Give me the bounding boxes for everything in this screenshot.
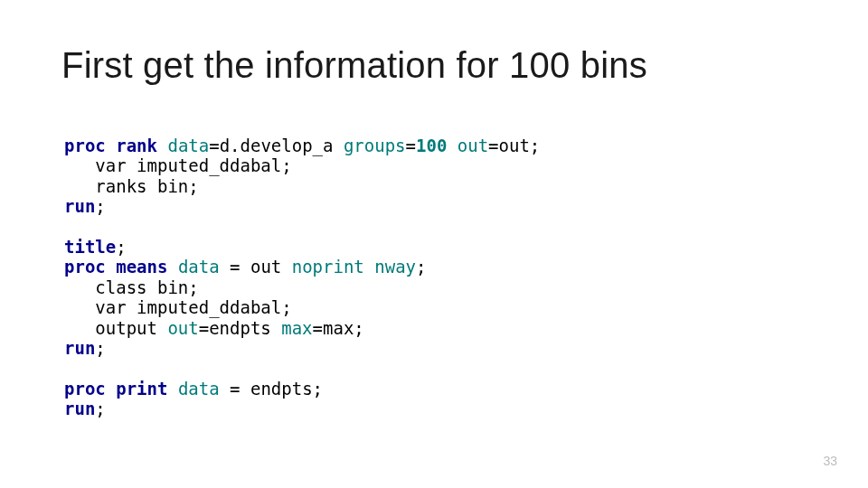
semi: ; — [95, 399, 105, 418]
kw-proc: proc — [64, 379, 106, 399]
code-line-4: run; — [64, 196, 106, 216]
code-block: proc rank data=d.develop_a groups=100 ou… — [64, 136, 540, 419]
code-line-8: class bin; — [64, 277, 199, 297]
semi: ; — [416, 257, 426, 277]
kw-rank: rank — [116, 136, 157, 155]
val: =max; — [313, 318, 364, 338]
opt-nway: nway — [374, 257, 416, 277]
num-100: 100 — [416, 136, 447, 155]
kw-run: run — [64, 399, 95, 418]
slide: First get the information for 100 bins p… — [0, 0, 868, 488]
opt-groups: groups — [344, 136, 406, 155]
code-line-2: var imputed_ddabal; — [64, 155, 292, 175]
val: =out; — [488, 136, 540, 155]
txt: output — [64, 318, 167, 338]
code-line-10: output out=endpts max=max; — [64, 318, 364, 338]
slide-title: First get the information for 100 bins — [61, 45, 647, 86]
kw-proc: proc — [64, 257, 106, 277]
kw-title: title — [64, 237, 116, 257]
page-number: 33 — [823, 454, 837, 468]
code-line-14: run; — [64, 399, 106, 418]
opt-data: data — [167, 136, 209, 155]
opt-data: data — [178, 257, 220, 277]
kw-run: run — [64, 338, 95, 358]
opt-out: out — [167, 318, 198, 338]
code-line-13: proc print data = endpts; — [64, 379, 323, 399]
semi: ; — [95, 338, 105, 358]
val: =d.develop_a — [209, 136, 344, 155]
code-line-9: var imputed_ddabal; — [64, 297, 292, 317]
val: =endpts — [199, 318, 282, 338]
opt-max: max — [281, 318, 312, 338]
val: = out — [220, 257, 292, 277]
code-line-6: title; — [64, 237, 127, 257]
code-line-3: ranks bin; — [64, 176, 199, 196]
kw-proc: proc — [64, 136, 106, 155]
opt-out: out — [447, 136, 488, 155]
eq: = — [406, 136, 416, 155]
kw-means: means — [116, 257, 167, 277]
kw-run: run — [64, 196, 95, 216]
val: = endpts; — [220, 379, 323, 399]
kw-print: print — [116, 379, 167, 399]
code-line-7: proc means data = out noprint nway; — [64, 257, 426, 277]
opt-noprint: noprint — [292, 257, 364, 277]
semi: ; — [95, 196, 105, 216]
code-line-1: proc rank data=d.develop_a groups=100 ou… — [64, 136, 540, 155]
semi: ; — [116, 237, 126, 257]
code-line-11: run; — [64, 338, 106, 358]
opt-data: data — [178, 379, 220, 399]
